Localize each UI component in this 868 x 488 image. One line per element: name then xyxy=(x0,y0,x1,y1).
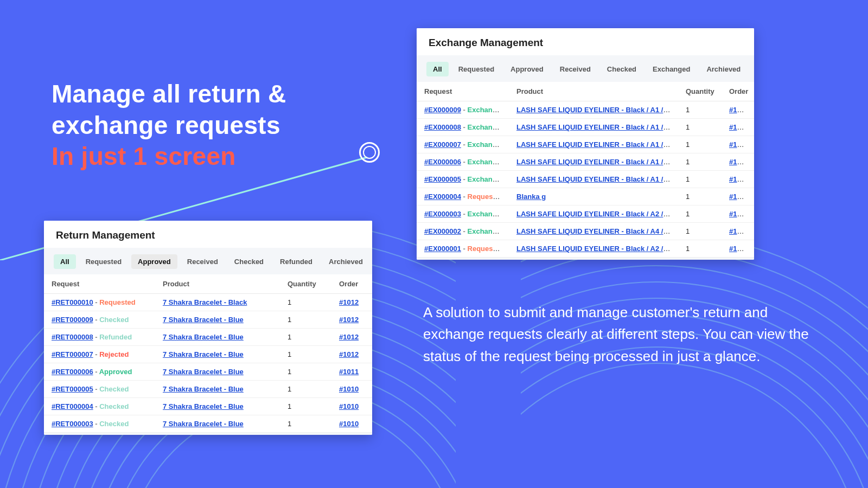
order-link[interactable]: #1015 xyxy=(729,210,749,218)
request-id-link[interactable]: #EX000007 xyxy=(424,140,461,149)
order-cell: #1015 xyxy=(722,188,754,206)
product-link[interactable]: 7 Shakra Bracelet - Blue xyxy=(163,316,244,324)
order-link[interactable]: #1010 xyxy=(339,385,359,393)
request-id-link[interactable]: #RET000007 xyxy=(52,350,93,358)
column-header-order: Order xyxy=(722,82,754,101)
request-id-link[interactable]: #EX000005 xyxy=(424,175,461,183)
product-cell: 7 Shakra Bracelet - Blue xyxy=(155,363,280,381)
product-link[interactable]: LASH SAFE LIQUID EYELINER - Black / A1 /… xyxy=(516,140,676,149)
order-link[interactable]: #1015 xyxy=(729,192,749,201)
request-cell: #EX000004 - Requested xyxy=(417,188,509,206)
request-id-link[interactable]: #RET000004 xyxy=(52,402,93,410)
tab-refunded[interactable]: Refunded xyxy=(273,254,319,269)
request-id-link[interactable]: #RET000009 xyxy=(52,316,93,324)
tab-approved[interactable]: Approved xyxy=(504,62,550,76)
request-id-link[interactable]: #EX000009 xyxy=(424,106,461,114)
quantity-cell: 1 xyxy=(280,398,331,415)
quantity-cell: 1 xyxy=(678,223,722,240)
quantity-cell: 1 xyxy=(678,136,722,153)
status-badge: Checked xyxy=(99,420,129,428)
request-id-link[interactable]: #RET000003 xyxy=(52,420,93,428)
product-link[interactable]: LASH SAFE LIQUID EYELINER - Black / A1 /… xyxy=(516,158,676,166)
tab-checked[interactable]: Checked xyxy=(601,62,643,76)
table-row: #EX000005 - ExchangedLASH SAFE LIQUID EY… xyxy=(417,171,754,188)
order-link[interactable]: #1012 xyxy=(339,350,359,358)
order-link[interactable]: #1012 xyxy=(339,298,359,306)
table-row: #EX000001 - RequestedLASH SAFE LIQUID EY… xyxy=(417,240,754,258)
product-link[interactable]: LASH SAFE LIQUID EYELINER - Black / A2 /… xyxy=(516,210,676,218)
tab-received[interactable]: Received xyxy=(181,254,225,269)
product-link[interactable]: LASH SAFE LIQUID EYELINER - Black / A1 /… xyxy=(516,175,676,183)
status-badge: Checked xyxy=(99,316,129,324)
order-link[interactable]: #1015 xyxy=(729,106,749,114)
request-id-link[interactable]: #EX000004 xyxy=(424,192,461,201)
request-id-link[interactable]: #RET000005 xyxy=(52,385,93,393)
order-link[interactable]: #1011 xyxy=(339,368,359,376)
table-row: #EX000008 - ExchangedLASH SAFE LIQUID EY… xyxy=(417,119,754,136)
request-id-link[interactable]: #RET000010 xyxy=(52,298,93,306)
order-link[interactable]: #1015 xyxy=(729,140,749,149)
request-id-link[interactable]: #EX000001 xyxy=(424,245,461,253)
product-link[interactable]: 7 Shakra Bracelet - Blue xyxy=(163,402,244,410)
table-row: #EX000002 - ExchangedLASH SAFE LIQUID EY… xyxy=(417,223,754,240)
svg-point-14 xyxy=(521,266,868,488)
product-link[interactable]: 7 Shakra Bracelet - Blue xyxy=(163,385,244,393)
product-cell: 7 Shakra Bracelet - Blue xyxy=(155,346,280,363)
order-cell: #1012 xyxy=(331,311,372,329)
headline: Manage all return & exchange requests In… xyxy=(52,79,286,172)
tab-all[interactable]: All xyxy=(426,62,449,76)
tab-checked[interactable]: Checked xyxy=(228,254,270,269)
status-badge: Rejected xyxy=(99,350,129,358)
request-id-link[interactable]: #EX000006 xyxy=(424,158,461,166)
tab-received[interactable]: Received xyxy=(553,62,597,76)
order-link[interactable]: #1010 xyxy=(339,402,359,410)
tab-archieved[interactable]: Archieved xyxy=(700,62,747,76)
tab-archieved[interactable]: Archieved xyxy=(322,254,369,269)
request-cell: #RET000008 - Refunded xyxy=(44,329,155,346)
tab-all[interactable]: All xyxy=(54,254,76,269)
order-cell: #1018 xyxy=(722,223,754,240)
status-badge: Exchanged xyxy=(468,140,505,149)
quantity-cell: 1 xyxy=(678,188,722,206)
order-link[interactable]: #1012 xyxy=(339,333,359,341)
request-id-link[interactable]: #EX000002 xyxy=(424,227,461,235)
product-link[interactable]: 7 Shakra Bracelet - Black xyxy=(163,298,247,306)
request-id-link[interactable]: #EX000008 xyxy=(424,123,461,131)
request-cell: #RET000010 - Requested xyxy=(44,294,155,311)
product-link[interactable]: LASH SAFE LIQUID EYELINER - Black / A2 /… xyxy=(516,245,676,253)
status-badge: Exchanged xyxy=(468,158,505,166)
order-link[interactable]: #1015 xyxy=(729,123,749,131)
order-link[interactable]: #1012 xyxy=(339,316,359,324)
product-link[interactable]: LASH SAFE LIQUID EYELINER - Black / A4 /… xyxy=(516,227,676,235)
tab-approved[interactable]: Approved xyxy=(131,254,177,269)
tab-exchanged[interactable]: Exchanged xyxy=(646,62,697,76)
product-link[interactable]: LASH SAFE LIQUID EYELINER - Black / A1 /… xyxy=(516,106,676,114)
table-row: #RET000006 - Approved7 Shakra Bracelet -… xyxy=(44,363,372,381)
order-cell: #1010 xyxy=(331,398,372,415)
order-link[interactable]: #1015 xyxy=(729,158,749,166)
order-link[interactable]: #1015 xyxy=(729,175,749,183)
order-link[interactable]: #1018 xyxy=(729,227,749,235)
product-link[interactable]: Blanka g xyxy=(516,192,546,201)
tab-rejected[interactable]: Rejected xyxy=(750,62,754,76)
tab-requested[interactable]: Requested xyxy=(79,254,128,269)
order-link[interactable]: #1018 xyxy=(729,245,749,253)
request-id-link[interactable]: #EX000003 xyxy=(424,210,461,218)
order-link[interactable]: #1010 xyxy=(339,420,359,428)
quantity-cell: 1 xyxy=(280,363,331,381)
order-cell: #1015 xyxy=(722,171,754,188)
tab-requested[interactable]: Requested xyxy=(452,62,501,76)
request-id-link[interactable]: #RET000008 xyxy=(52,333,93,341)
order-cell: #1015 xyxy=(722,101,754,119)
quantity-cell: 1 xyxy=(678,119,722,136)
request-id-link[interactable]: #RET000006 xyxy=(52,368,93,376)
product-link[interactable]: LASH SAFE LIQUID EYELINER - Black / A1 /… xyxy=(516,123,676,131)
order-cell: #1010 xyxy=(331,415,372,433)
product-link[interactable]: 7 Shakra Bracelet - Blue xyxy=(163,350,244,358)
product-link[interactable]: 7 Shakra Bracelet - Blue xyxy=(163,368,244,376)
panel-title: Exchange Management xyxy=(417,28,754,55)
table-row: #EX000003 - ExchangedLASH SAFE LIQUID EY… xyxy=(417,206,754,223)
quantity-cell: 1 xyxy=(280,329,331,346)
product-link[interactable]: 7 Shakra Bracelet - Blue xyxy=(163,333,244,341)
product-link[interactable]: 7 Shakra Bracelet - Blue xyxy=(163,420,244,428)
